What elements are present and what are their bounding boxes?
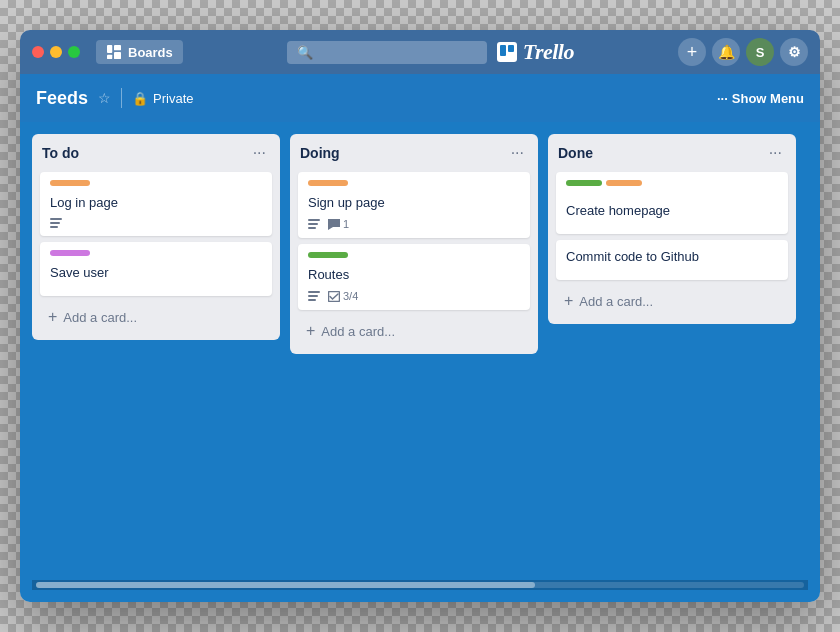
add-card-label-todo: Add a card...: [63, 310, 137, 325]
list-title-doing: Doing: [300, 145, 340, 161]
search-input-wrap[interactable]: 🔍: [287, 41, 487, 64]
add-card-todo[interactable]: + Add a card...: [40, 302, 272, 332]
card-github[interactable]: Commit code to Github: [556, 240, 788, 280]
checklist-icon: 3/4: [328, 290, 358, 302]
homepage-label-orange: [606, 180, 642, 186]
user-initial: S: [756, 45, 765, 60]
list-menu-todo[interactable]: ···: [249, 142, 270, 164]
card-homepage-labels: [566, 180, 778, 194]
card-label-orange: [50, 180, 90, 186]
card-footer-signup: 1: [308, 218, 520, 230]
svg-rect-2: [114, 52, 121, 59]
card-title-login: Log in page: [50, 194, 262, 212]
svg-rect-11: [308, 223, 318, 225]
list-header-todo: To do ···: [40, 142, 272, 164]
svg-rect-13: [308, 291, 320, 293]
scrollbar-track: [36, 582, 804, 588]
user-avatar-button[interactable]: S: [746, 38, 774, 66]
trello-wordmark: Trello: [523, 39, 574, 65]
svg-rect-7: [50, 218, 62, 220]
card-label-purple: [50, 250, 90, 256]
card-title-github: Commit code to Github: [566, 248, 778, 266]
add-button[interactable]: +: [678, 38, 706, 66]
list-doing: Doing ··· Sign up page: [290, 134, 538, 354]
card-signup-label: [308, 180, 348, 186]
lists-container: To do ··· Log in page: [32, 134, 808, 354]
svg-rect-8: [50, 222, 60, 224]
board-title: Feeds: [36, 88, 88, 109]
board-header-right: ··· Show Menu: [717, 91, 804, 106]
star-icon[interactable]: ☆: [98, 90, 111, 106]
boards-label: Boards: [128, 45, 173, 60]
svg-rect-10: [308, 219, 320, 221]
bell-icon: 🔔: [718, 44, 735, 60]
settings-button[interactable]: ⚙: [780, 38, 808, 66]
add-card-label-done: Add a card...: [579, 294, 653, 309]
list-todo: To do ··· Log in page: [32, 134, 280, 340]
search-icon: 🔍: [297, 45, 313, 60]
titlebar-right: + 🔔 S ⚙: [678, 38, 808, 66]
svg-rect-1: [114, 45, 121, 50]
svg-rect-9: [50, 226, 58, 228]
card-title-signup: Sign up page: [308, 194, 520, 212]
notification-button[interactable]: 🔔: [712, 38, 740, 66]
gear-icon: ⚙: [788, 44, 801, 60]
list-title-todo: To do: [42, 145, 79, 161]
lock-icon: 🔒: [132, 91, 148, 106]
svg-rect-3: [107, 55, 112, 59]
boards-icon: [106, 44, 122, 60]
svg-rect-15: [308, 299, 316, 301]
card-routes-label: [308, 252, 348, 258]
svg-rect-6: [508, 45, 514, 52]
card-title-save-user: Save user: [50, 264, 262, 282]
list-menu-doing[interactable]: ···: [507, 142, 528, 164]
plus-icon-done: +: [564, 292, 573, 310]
minimize-button[interactable]: [50, 46, 62, 58]
header-divider: [121, 88, 122, 108]
horizontal-scrollbar[interactable]: [32, 580, 808, 590]
board-header: Feeds ☆ 🔒 Private ··· Show Menu: [20, 74, 820, 122]
homepage-label-green: [566, 180, 602, 186]
show-menu-label: Show Menu: [732, 91, 804, 106]
checklist-count: 3/4: [343, 290, 358, 302]
search-area: 🔍 Trello: [191, 39, 670, 65]
close-button[interactable]: [32, 46, 44, 58]
add-card-doing[interactable]: + Add a card...: [298, 316, 530, 346]
card-routes[interactable]: Routes: [298, 244, 530, 310]
plus-icon: +: [48, 308, 57, 326]
card-footer-routes: 3/4: [308, 290, 520, 302]
card-footer-login: [50, 218, 262, 228]
svg-rect-5: [500, 45, 506, 56]
visibility-label: 🔒 Private: [132, 91, 193, 106]
add-card-label-doing: Add a card...: [321, 324, 395, 339]
comment-icon: 1: [328, 218, 349, 230]
show-menu-button[interactable]: ··· Show Menu: [717, 91, 804, 106]
list-menu-done[interactable]: ···: [765, 142, 786, 164]
description-icon: [50, 218, 62, 228]
card-homepage[interactable]: Create homepage: [556, 172, 788, 234]
trello-logo: Trello: [495, 39, 574, 65]
comment-count: 1: [343, 218, 349, 230]
plus-icon-doing: +: [306, 322, 315, 340]
scrollbar-thumb: [36, 582, 535, 588]
description-icon-signup: [308, 219, 320, 229]
card-login[interactable]: Log in page: [40, 172, 272, 236]
app-window: Boards 🔍 Trello + 🔔: [20, 30, 820, 602]
add-card-done[interactable]: + Add a card...: [556, 286, 788, 316]
board-content: To do ··· Log in page: [20, 122, 820, 602]
list-header-doing: Doing ···: [298, 142, 530, 164]
window-controls: [32, 46, 80, 58]
ellipsis-icon: ···: [717, 91, 728, 106]
list-title-done: Done: [558, 145, 593, 161]
list-header-done: Done ···: [556, 142, 788, 164]
svg-rect-14: [308, 295, 318, 297]
list-done: Done ··· Create homepage Commit code to …: [548, 134, 796, 324]
card-signup[interactable]: Sign up page: [298, 172, 530, 238]
card-title-routes: Routes: [308, 266, 520, 284]
maximize-button[interactable]: [68, 46, 80, 58]
card-save-user[interactable]: Save user: [40, 242, 272, 296]
boards-button[interactable]: Boards: [96, 40, 183, 64]
card-title-homepage: Create homepage: [566, 202, 778, 220]
trello-logo-icon: [495, 40, 519, 64]
titlebar: Boards 🔍 Trello + 🔔: [20, 30, 820, 74]
